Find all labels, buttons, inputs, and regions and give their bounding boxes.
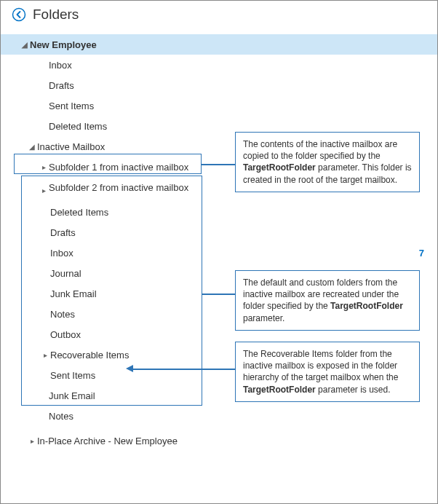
annotation-3: The Recoverable Items folder from the in… <box>235 342 420 402</box>
annotation-text: parameter. <box>243 313 284 323</box>
tree-label: Journal <box>50 268 81 279</box>
tree-label: Junk Email <box>49 390 95 401</box>
chevron-down-icon: ◢ <box>20 41 30 49</box>
tree-label: Junk Email <box>50 288 97 299</box>
annotation-2: The default and custom folders from the … <box>235 270 420 331</box>
annotation-bold: TargetRootFolder <box>243 385 316 395</box>
chevron-right-icon: ▸ <box>27 437 37 445</box>
tree-label: Deleted Items <box>49 121 107 132</box>
tree-label: Sent Items <box>49 101 94 111</box>
connector-line <box>202 294 235 295</box>
annotation-bold: TargetRootFolder <box>330 301 403 311</box>
arrow-left-icon <box>126 365 133 372</box>
connector-line <box>202 164 235 165</box>
tree-label: In-Place Archive - New Employee <box>37 436 178 446</box>
unread-count: 7 <box>419 248 430 259</box>
tree-label: Deleted Items <box>50 207 108 218</box>
tree-item[interactable]: Drafts <box>1 75 437 95</box>
tree-label: Inactive Mailbox <box>37 141 105 152</box>
tree-item[interactable]: Deleted Items <box>1 202 437 222</box>
tree-item-archive[interactable]: ▸ In-Place Archive - New Employee <box>1 430 437 451</box>
tree-item-root[interactable]: ◢ New Employee <box>1 34 437 55</box>
chevron-down-icon: ◢ <box>27 143 37 151</box>
tree-label: Sent Items <box>50 370 95 381</box>
page-title: Folders <box>33 7 79 23</box>
annotation-1: The contents of the inactive mailbox are… <box>235 132 420 192</box>
tree-item[interactable]: Inbox <box>1 55 437 75</box>
tree-label: New Employee <box>30 39 97 50</box>
tree-label: Notes <box>50 309 75 320</box>
annotation-text: The Recoverable Items folder from the in… <box>243 349 398 382</box>
header: Folders <box>1 1 437 25</box>
tree-label: Recoverable Items <box>50 350 129 361</box>
chevron-right-icon: ▸ <box>39 163 49 171</box>
chevron-right-icon: ▸ <box>40 351 50 359</box>
svg-point-0 <box>13 9 25 21</box>
tree-label: Drafts <box>50 227 76 238</box>
tree-item[interactable]: Inbox7 <box>1 243 437 263</box>
tree-item[interactable]: Drafts <box>1 222 437 243</box>
tree-label: Subfolder 1 from inactive mailbox <box>49 162 188 173</box>
tree-item[interactable]: Sent Items <box>1 95 437 116</box>
tree-label: Inbox <box>50 248 73 259</box>
chevron-right-icon: ▸ <box>39 186 49 194</box>
tree-label: Subfolder 2 from inactive mailbox <box>49 182 188 193</box>
tree-label: Notes <box>49 411 73 422</box>
annotation-text: The contents of the inactive mailbox are… <box>243 139 397 161</box>
tree-label: Outbox <box>50 329 81 340</box>
tree-item[interactable]: Notes <box>1 406 437 426</box>
annotation-bold: TargetRootFolder <box>243 162 316 173</box>
tree-label: Inbox <box>49 60 72 71</box>
annotation-text: parameter is used. <box>316 385 391 395</box>
connector-line <box>133 369 235 370</box>
tree-label: Drafts <box>49 80 74 91</box>
back-icon[interactable] <box>11 7 27 23</box>
